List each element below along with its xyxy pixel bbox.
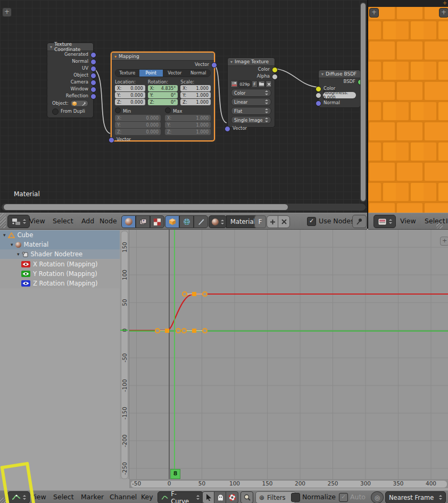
interpolation-dropdown[interactable]: Linear xyxy=(231,98,271,106)
selected-keyframes[interactable] xyxy=(165,292,196,333)
node-header[interactable]: ▾ Image Texture xyxy=(228,58,275,66)
node-header[interactable]: ▾ Texture Coordinate xyxy=(47,43,93,51)
node-editor-canvas[interactable]: + ▾ Texture Coordinate Generated Normal … xyxy=(0,0,367,213)
socket-uv-output[interactable] xyxy=(90,66,96,72)
node-diffuse-bsdf[interactable]: ▾ Diffuse BSDF BSDF Color Roughness: 0.0… xyxy=(318,70,361,108)
auto-normalize-checkbox[interactable]: ✓ xyxy=(339,493,348,502)
node-editor-hscrollbar[interactable] xyxy=(2,204,366,211)
clear-ghost-curves-button[interactable] xyxy=(226,491,238,503)
rotation-x-field[interactable]: X:4.835° xyxy=(148,85,178,91)
menu-node[interactable]: Node xyxy=(99,217,117,225)
scale-x-field[interactable]: X:1.000 xyxy=(180,85,211,91)
rotation-z-field[interactable]: Z:0° xyxy=(148,99,178,105)
value-scrollbar[interactable]: 150 100 50 0 -50 -100 -150 -200 -250 xyxy=(120,230,129,479)
open-image-button[interactable] xyxy=(258,80,265,88)
visibility-icon[interactable] xyxy=(21,261,30,267)
disclosure-triangle-icon[interactable]: ▾ xyxy=(3,232,6,238)
node-header[interactable]: ▾ Mapping xyxy=(112,53,214,61)
shader-context-object-button[interactable] xyxy=(165,215,179,228)
menu-select[interactable]: Select xyxy=(53,217,73,225)
collapse-triangle-icon[interactable]: ▾ xyxy=(50,45,52,49)
tree-type-texture-button[interactable] xyxy=(150,215,164,228)
frame-scrollbar[interactable]: -50 0 50 100 150 200 250 300 350 400 xyxy=(129,479,448,488)
max-z-field[interactable]: Z:1.000 xyxy=(165,129,211,135)
use-nodes-checkbox[interactable]: ✓ xyxy=(307,217,316,226)
shader-context-world-button[interactable] xyxy=(179,215,194,228)
menu-image[interactable]: I xyxy=(446,217,448,225)
disclosure-triangle-icon[interactable]: ▾ xyxy=(11,242,13,247)
projection-dropdown[interactable]: Flat xyxy=(231,107,271,115)
eyedropper-icon[interactable] xyxy=(82,102,86,106)
color-space-dropdown[interactable]: Color xyxy=(231,89,271,97)
socket-vector-output[interactable] xyxy=(211,62,217,68)
socket-roughness-input[interactable] xyxy=(316,93,321,98)
keyframe-handles[interactable] xyxy=(155,292,207,333)
collapse-plus-icon[interactable]: + xyxy=(442,0,447,6)
socket-normal-output[interactable] xyxy=(90,59,96,65)
location-x-field[interactable]: X:0.000 xyxy=(115,85,145,91)
expand-region-plus-icon[interactable]: + xyxy=(369,8,379,18)
tab-texture[interactable]: Texture xyxy=(115,70,139,77)
snap-mode-dropdown[interactable]: Nearest Frame xyxy=(385,491,446,503)
location-y-field[interactable]: Y:0.000 xyxy=(115,92,145,98)
scale-y-field[interactable]: Y:1.000 xyxy=(180,92,211,98)
visibility-icon[interactable] xyxy=(21,280,30,287)
channel-row-shader-nodetree[interactable]: ▾ Shader Nodetree xyxy=(0,249,137,259)
fake-user-button[interactable]: F xyxy=(254,215,266,228)
unlink-image-button[interactable] xyxy=(266,80,272,88)
collapse-triangle-icon[interactable]: ▾ xyxy=(230,60,233,64)
image-name-field[interactable]: 029p xyxy=(238,80,251,88)
corner-resize-handle[interactable] xyxy=(0,213,6,228)
socket-object-output[interactable] xyxy=(90,73,96,79)
menu-channel[interactable]: Channel xyxy=(110,493,137,501)
editor-type-button[interactable] xyxy=(374,215,396,228)
editor-type-button[interactable] xyxy=(7,215,30,228)
socket-reflection-output[interactable] xyxy=(90,94,96,99)
tree-type-compositing-button[interactable] xyxy=(136,215,150,228)
socket-vector-input[interactable] xyxy=(225,126,230,132)
min-y-field[interactable]: Y:0.000 xyxy=(115,122,161,128)
menu-select[interactable]: Select xyxy=(53,493,74,501)
new-material-button[interactable] xyxy=(267,215,279,228)
uv-image-editor[interactable]: + + + xyxy=(368,0,448,213)
normalize-checkbox[interactable] xyxy=(291,493,300,502)
menu-view[interactable]: View xyxy=(400,217,416,225)
filters-button[interactable]: ⊕ Filters xyxy=(255,491,296,503)
menu-key[interactable]: Key xyxy=(141,493,153,501)
snap-icon[interactable]: ◎ xyxy=(371,491,384,503)
collapse-triangle-icon[interactable]: ▾ xyxy=(114,54,117,59)
scrollbar-thumb[interactable] xyxy=(4,204,288,210)
node-texture-coordinate[interactable]: ▾ Texture Coordinate Generated Normal UV… xyxy=(47,43,94,118)
expand-region-plus-icon[interactable]: + xyxy=(2,7,12,17)
x-rotation-curve[interactable] xyxy=(129,294,448,331)
object-selector-field[interactable] xyxy=(70,100,88,107)
max-x-field[interactable]: X:1.000 xyxy=(165,115,211,121)
node-editor-vscrollbar[interactable] xyxy=(360,2,366,202)
rotation-y-field[interactable]: Y:0° xyxy=(148,92,178,98)
location-z-field[interactable]: Z:0.000 xyxy=(115,99,145,105)
shader-context-linestyle-button[interactable] xyxy=(194,215,208,228)
pin-button[interactable] xyxy=(352,215,367,228)
ghost-curves-button[interactable] xyxy=(214,491,227,503)
tab-vector[interactable]: Vector xyxy=(163,70,187,77)
socket-camera-output[interactable] xyxy=(90,80,96,86)
socket-vector-input[interactable] xyxy=(109,137,114,143)
fcurve-plot[interactable] xyxy=(129,230,448,479)
disclosure-triangle-icon[interactable]: ▾ xyxy=(17,252,20,257)
socket-generated-output[interactable] xyxy=(90,52,96,58)
visibility-icon[interactable] xyxy=(21,271,30,277)
zoom-region-button[interactable] xyxy=(240,491,253,503)
menu-add[interactable]: Add xyxy=(81,217,94,225)
menu-marker[interactable]: Marker xyxy=(81,493,104,501)
image-browse-button[interactable] xyxy=(230,80,238,88)
channel-row-material[interactable]: ▾ Material xyxy=(0,240,130,249)
image-source-dropdown[interactable]: Single Image xyxy=(231,116,271,124)
mode-dropdown[interactable]: F-Curve xyxy=(157,491,203,503)
expand-region-plus-icon[interactable]: + xyxy=(440,237,448,246)
socket-color-output[interactable] xyxy=(272,67,278,73)
socket-window-output[interactable] xyxy=(90,87,96,93)
material-browse-button[interactable] xyxy=(209,215,227,228)
tab-point[interactable]: Point xyxy=(139,70,163,77)
socket-alpha-output[interactable] xyxy=(272,74,278,80)
min-z-field[interactable]: Z:0.000 xyxy=(115,129,161,135)
